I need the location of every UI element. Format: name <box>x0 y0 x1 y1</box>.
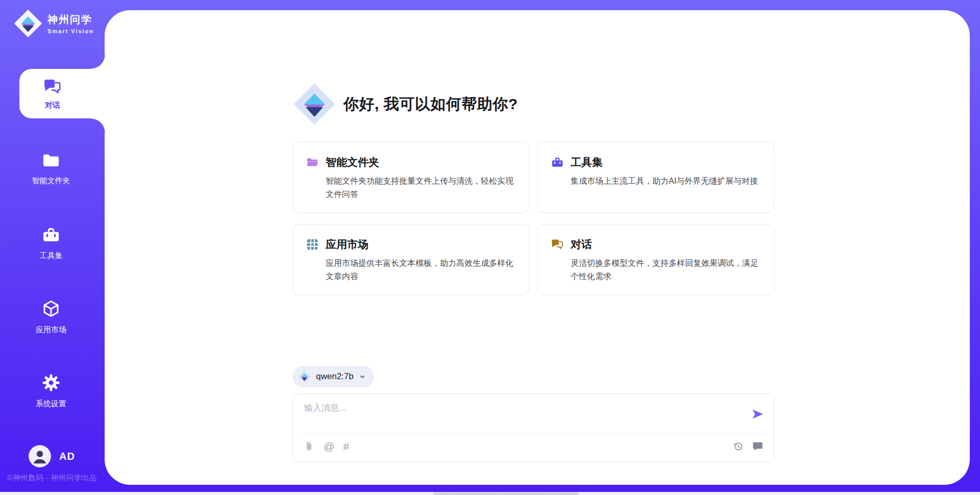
chat-bubble-icon[interactable] <box>752 440 764 452</box>
main-panel: 你好, 我可以如何帮助你? 智能文件夹 智能文件夹功能支持批量文件上传与清洗，轻… <box>105 10 970 485</box>
scrollbar-thumb[interactable] <box>434 492 578 495</box>
brand-diamond-icon <box>292 82 336 126</box>
card-desc: 灵活切换多模型文件，支持多样回复效果调试，满足个性化需求 <box>571 257 760 283</box>
copyright-text: ©神州数码 · 神州问学出品 <box>7 473 97 483</box>
chat-icon <box>43 77 62 96</box>
card-chat[interactable]: 对话 灵活切换多模型文件，支持多样回复效果调试，满足个性化需求 <box>537 224 774 295</box>
greeting-block: 你好, 我可以如何帮助你? <box>292 82 518 126</box>
history-icon[interactable] <box>732 440 744 452</box>
message-input[interactable] <box>304 402 738 429</box>
card-title: 对话 <box>571 237 760 252</box>
sidebar-item-label: 应用市场 <box>36 325 66 335</box>
chevron-down-icon <box>358 373 366 381</box>
attachment-icon[interactable] <box>303 440 315 452</box>
sidebar-item-app-market[interactable]: 应用市场 <box>0 299 102 335</box>
greeting-title: 你好, 我可以如何帮助你? <box>344 94 518 115</box>
model-name: qwen2:7b <box>316 372 354 382</box>
apps-grid-icon <box>306 238 319 251</box>
card-desc: 智能文件夹功能支持批量文件上传与清洗，轻松实现文件问答 <box>326 175 514 201</box>
chat-home-content: 你好, 我可以如何帮助你? 智能文件夹 智能文件夹功能支持批量文件上传与清洗，轻… <box>292 10 774 485</box>
card-app-market[interactable]: 应用市场 应用市场提供丰富长文本模板，助力高效生成多样化文章内容 <box>292 224 529 295</box>
card-desc: 应用市场提供丰富长文本模板，助力高效生成多样化文章内容 <box>326 257 514 283</box>
brand-subtitle: Smart Vision <box>47 28 94 34</box>
card-desc: 集成市场上主流工具，助力AI与外界无缝扩展与对接 <box>571 175 758 188</box>
card-title: 智能文件夹 <box>326 155 514 169</box>
app-logo: 神州问学 Smart Vision <box>13 9 94 38</box>
card-smart-folder[interactable]: 智能文件夹 智能文件夹功能支持批量文件上传与清洗，轻松实现文件问答 <box>292 142 529 213</box>
model-logo-icon <box>298 370 311 384</box>
cube-icon <box>41 299 61 318</box>
brand-diamond-icon <box>13 9 43 38</box>
chat-icon <box>551 238 564 251</box>
hashtag-icon[interactable]: # <box>343 440 349 452</box>
sidebar-item-label: 工具集 <box>40 251 63 261</box>
mention-icon[interactable]: @ <box>324 440 334 452</box>
send-icon[interactable] <box>751 407 765 421</box>
user-initials: AD <box>59 451 75 462</box>
model-selector[interactable]: qwen2:7b <box>292 366 374 387</box>
person-icon <box>29 445 51 467</box>
toolbox-icon <box>41 225 61 244</box>
avatar <box>29 445 51 467</box>
sidebar-item-toolset[interactable]: 工具集 <box>0 225 102 261</box>
sidebar-item-smart-folder[interactable]: 智能文件夹 <box>0 150 102 186</box>
sidebar-item-chat[interactable]: 对话 <box>19 69 105 118</box>
horizontal-scrollbar[interactable] <box>0 492 980 495</box>
feature-cards: 智能文件夹 智能文件夹功能支持批量文件上传与清洗，轻松实现文件问答 工具集 集成… <box>292 142 774 295</box>
card-title: 工具集 <box>571 155 758 169</box>
composer-divider <box>301 433 766 434</box>
composer-tools-right <box>732 440 764 452</box>
card-title: 应用市场 <box>326 237 514 252</box>
composer-tools-left: @ # <box>303 440 349 452</box>
user-account[interactable]: AD <box>29 445 75 467</box>
sidebar-item-label: 对话 <box>45 101 60 110</box>
sidebar-item-label: 系统设置 <box>36 399 66 409</box>
brand-name: 神州问学 <box>47 13 94 27</box>
folder-icon <box>41 150 61 169</box>
app-window: 你好, 我可以如何帮助你? 智能文件夹 智能文件夹功能支持批量文件上传与清洗，轻… <box>0 0 980 495</box>
message-composer: @ # <box>292 393 774 462</box>
gear-icon <box>41 373 61 392</box>
toolbox-icon <box>551 156 564 169</box>
card-toolset[interactable]: 工具集 集成市场上主流工具，助力AI与外界无缝扩展与对接 <box>537 142 774 213</box>
folder-open-icon <box>306 156 319 169</box>
sidebar-item-settings[interactable]: 系统设置 <box>0 373 102 409</box>
sidebar-item-label: 智能文件夹 <box>32 176 70 186</box>
